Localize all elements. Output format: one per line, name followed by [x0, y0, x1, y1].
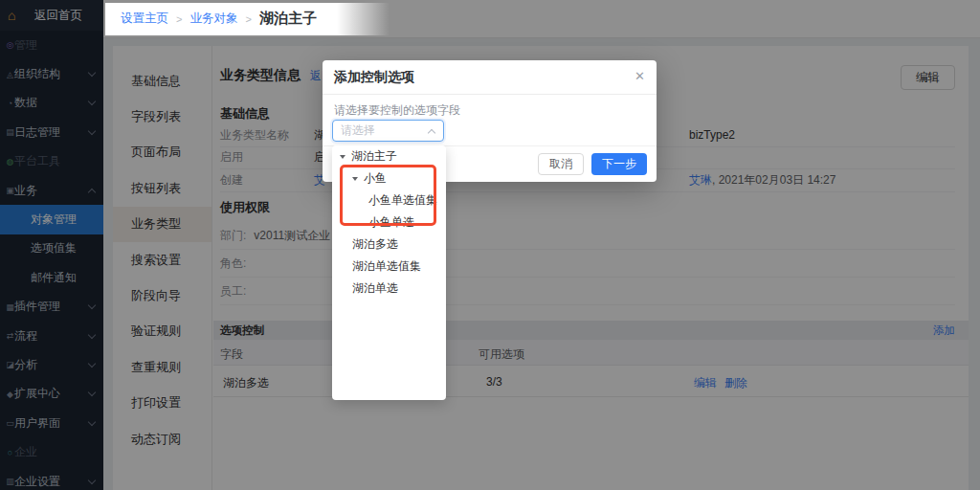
- sidebar-item-process[interactable]: ⇄ 流程: [0, 322, 103, 350]
- management-icon: ◎: [6, 40, 14, 50]
- chevron-down-icon: [88, 418, 96, 426]
- tab-field-list[interactable]: 字段列表: [113, 99, 212, 134]
- chevron-down-icon: [88, 98, 96, 105]
- tree-item-label: 湖泊主子: [351, 148, 397, 165]
- sidebar-item-label: 管理: [14, 37, 37, 54]
- row-available-count: 3/3: [486, 375, 502, 389]
- chevron-down-icon: [88, 127, 96, 135]
- sidebar-item-label: 业务: [14, 183, 37, 199]
- tab-button-list[interactable]: 按钮列表: [113, 170, 212, 206]
- perm-row-department: 部门: v2011测试企业: [220, 222, 955, 250]
- breadcrumb-separator: >: [176, 13, 182, 25]
- sidebar-item-business[interactable]: ▣ 业务: [0, 176, 103, 205]
- field-right-value: 艾琳, 2021年02月03日 14:27: [689, 172, 835, 189]
- enterprise-icon: ○: [6, 448, 14, 457]
- sidebar-item-label: 组织结构: [14, 66, 60, 82]
- object-submenu: 基础信息 字段列表 页面布局 按钮列表 业务类型 搜索设置 阶段向导 验证规则 …: [113, 46, 212, 490]
- sidebar-item-extension-center[interactable]: ◆ 扩展中心: [0, 380, 103, 409]
- add-link[interactable]: 添加: [933, 323, 955, 338]
- cancel-button[interactable]: 取消: [538, 153, 584, 175]
- perm-label: 部门:: [220, 228, 246, 244]
- option-field-select[interactable]: 请选择: [332, 120, 444, 142]
- sidebar-item-analysis[interactable]: ◪ 分析: [0, 350, 103, 379]
- tools-icon: ◍: [6, 157, 14, 167]
- basic-info-title: 基础信息: [220, 105, 270, 122]
- sidebar-item-platform-tools[interactable]: ◍ 平台工具: [0, 147, 103, 176]
- tree-item-label: 湖泊单选: [352, 280, 398, 297]
- tree-item-lake-master[interactable]: 湖泊主子: [332, 145, 446, 167]
- option-control-title: 选项控制: [220, 323, 264, 338]
- breadcrumb-settings-home[interactable]: 设置主页: [121, 11, 168, 27]
- sidebar-item-label: 分析: [14, 357, 37, 373]
- dialog-title: 添加控制选项: [334, 69, 414, 86]
- sidebar-item-option-value-set[interactable]: 选项值集: [0, 234, 103, 263]
- row-delete-link[interactable]: 删除: [724, 375, 747, 391]
- caret-down-icon[interactable]: [352, 177, 358, 181]
- field-tree-dropdown: 湖泊主子 小鱼 小鱼单选值集 小鱼单选 湖泊多选 湖泊单选值集 湖泊单选: [332, 145, 446, 400]
- field-select-label: 请选择要控制的选项字段: [334, 102, 460, 119]
- sidebar-item-management[interactable]: ◎ 管理: [0, 31, 103, 59]
- field-label: 业务类型名称: [220, 127, 314, 144]
- tab-search-settings[interactable]: 搜索设置: [113, 242, 212, 278]
- close-icon[interactable]: ✕: [635, 70, 645, 82]
- field-right-value: bizType2: [689, 128, 735, 142]
- breadcrumb-current: 湖泊主子: [259, 10, 317, 28]
- sidebar-item-enterprise-settings[interactable]: ▥ 企业设置: [0, 467, 103, 490]
- select-placeholder: 请选择: [341, 122, 375, 139]
- sidebar-item-mail-notification[interactable]: 邮件通知: [0, 263, 103, 292]
- home-icon: ⌂: [8, 8, 21, 23]
- breadcrumb-business-object[interactable]: 业务对象: [189, 11, 237, 27]
- tab-dynamic-subscribe[interactable]: 动态订阅: [113, 421, 212, 457]
- next-step-button[interactable]: 下一步: [591, 153, 647, 175]
- sidebar-item-label: 插件管理: [14, 299, 60, 315]
- tree-item-lake-single[interactable]: 湖泊单选: [332, 278, 446, 300]
- tab-dedup-rules[interactable]: 查重规则: [113, 349, 212, 385]
- permissions-rows: 部门: v2011测试企业 角色: 员工:: [220, 222, 955, 305]
- tab-stage-wizard[interactable]: 阶段向导: [113, 278, 212, 313]
- sidebar-item-label: 对象管理: [31, 212, 77, 228]
- tree-item-label: 小鱼单选: [368, 214, 414, 231]
- edit-button[interactable]: 编辑: [901, 65, 955, 90]
- tree-item-small-fish-single[interactable]: 小鱼单选: [332, 212, 446, 234]
- chevron-down-icon: [88, 476, 96, 483]
- tab-business-type[interactable]: 业务类型: [113, 207, 212, 242]
- sidebar-item-home[interactable]: ⌂ 返回首页: [0, 0, 103, 31]
- tree-item-small-fish-single-value-set[interactable]: 小鱼单选值集: [332, 189, 446, 212]
- tree-item-lake-multi[interactable]: 湖泊多选: [332, 234, 446, 256]
- row-edit-link[interactable]: 编辑: [694, 375, 717, 391]
- breadcrumb-bar: 设置主页 > 业务对象 > 湖泊主子: [103, 0, 980, 38]
- row-field-name: 湖泊多选: [223, 375, 269, 391]
- sidebar-item-user-interface[interactable]: ▭ 用户界面: [0, 409, 103, 437]
- tab-print-settings[interactable]: 打印设置: [113, 386, 212, 421]
- tree-item-label: 小鱼: [364, 170, 387, 187]
- sidebar-item-data[interactable]: ◔ 数据: [0, 89, 103, 118]
- sidebar: ⌂ 返回首页 ◎ 管理 ◬ 组织结构 ◔ 数据 ▤ 日志管理 ◍ 平台工具 ▣ …: [0, 0, 103, 490]
- tab-page-layout[interactable]: 页面布局: [113, 135, 212, 170]
- briefcase-icon: ▣: [6, 186, 14, 195]
- chevron-down-icon: [88, 330, 96, 338]
- updater-name[interactable]: 艾琳: [689, 173, 712, 187]
- tree-item-lake-single-value-set[interactable]: 湖泊单选值集: [332, 256, 446, 278]
- perm-label: 角色:: [220, 256, 246, 272]
- row-actions: 编辑删除: [694, 375, 747, 391]
- sidebar-item-object-management[interactable]: 对象管理: [0, 205, 103, 234]
- sidebar-item-label: 流程: [14, 328, 37, 345]
- sidebar-item-org-structure[interactable]: ◬ 组织结构: [0, 59, 103, 88]
- tab-basic-info[interactable]: 基础信息: [113, 63, 212, 99]
- sidebar-item-plugin-management[interactable]: ▦ 插件管理: [0, 293, 103, 322]
- tree-item-small-fish[interactable]: 小鱼: [332, 167, 446, 189]
- chevron-up-icon: [428, 129, 435, 137]
- perm-row-employee: 员工:: [220, 278, 955, 305]
- sidebar-item-log-management[interactable]: ▤ 日志管理: [0, 118, 103, 146]
- sidebar-item-enterprise[interactable]: ○ 企业: [0, 437, 103, 466]
- plugin-icon: ▦: [6, 302, 14, 312]
- chevron-down-icon: [88, 69, 96, 77]
- sidebar-item-label: 企业: [14, 444, 37, 460]
- sidebar-item-label: 用户界面: [14, 415, 60, 432]
- perm-value: v2011测试企业: [254, 228, 330, 244]
- chart-icon: ◪: [6, 360, 14, 369]
- chevron-up-icon: [88, 188, 96, 195]
- option-control-band: 选项控制 添加: [213, 321, 969, 340]
- caret-down-icon[interactable]: [340, 155, 345, 159]
- tab-validation-rules[interactable]: 验证规则: [113, 314, 212, 349]
